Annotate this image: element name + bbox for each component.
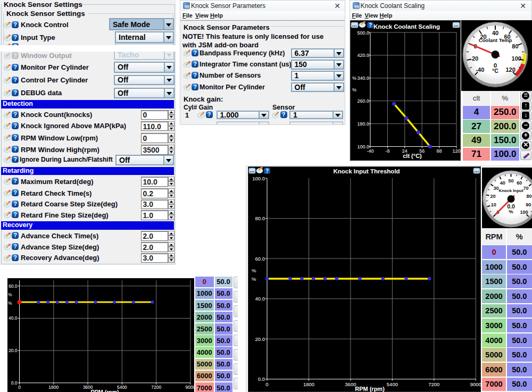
svg-text:40: 40 xyxy=(492,30,498,36)
svg-text:100.0: 100.0 xyxy=(252,176,265,181)
svg-text:0: 0 xyxy=(265,381,268,387)
svg-text:%: % xyxy=(252,268,256,273)
svg-text:0: 0 xyxy=(18,385,21,390)
svg-text:120: 120 xyxy=(452,148,460,154)
svg-text:%: % xyxy=(252,276,256,282)
svg-text:10: 10 xyxy=(491,202,496,207)
svg-text:90: 90 xyxy=(526,202,531,207)
svg-text:-40: -40 xyxy=(367,148,373,154)
svg-text:%: % xyxy=(352,76,356,81)
svg-text:-40: -40 xyxy=(476,66,484,73)
svg-text:100: 100 xyxy=(520,210,528,215)
svg-text:Coolant Temp: Coolant Temp xyxy=(479,37,512,43)
svg-text:40: 40 xyxy=(500,180,505,186)
svg-text:180.0: 180.0 xyxy=(357,121,369,127)
svg-text:0.0: 0.0 xyxy=(258,376,265,382)
svg-text:20.0: 20.0 xyxy=(9,348,18,353)
svg-text:°C: °C xyxy=(492,68,498,74)
svg-text:%: % xyxy=(352,87,356,93)
svg-text:60.0: 60.0 xyxy=(9,283,18,289)
svg-text:%: % xyxy=(509,208,513,214)
svg-text:120: 120 xyxy=(505,66,515,73)
svg-text:%: % xyxy=(8,292,12,297)
svg-text:Knock Coolant Scaling: Knock Coolant Scaling xyxy=(373,23,440,30)
svg-text:20.0: 20.0 xyxy=(255,336,265,342)
svg-text:1800: 1800 xyxy=(303,381,314,387)
svg-text:7200: 7200 xyxy=(428,381,439,387)
svg-text:20: 20 xyxy=(490,194,495,199)
svg-text:7200: 7200 xyxy=(151,385,161,390)
svg-text:80.0: 80.0 xyxy=(255,215,265,221)
svg-text:%: % xyxy=(8,301,12,306)
svg-text:88: 88 xyxy=(437,148,442,154)
svg-text:60.0: 60.0 xyxy=(255,256,265,262)
svg-text:80: 80 xyxy=(512,43,518,49)
svg-text:60: 60 xyxy=(517,180,522,186)
svg-text:Knock Input Threshold: Knock Input Threshold xyxy=(333,168,400,174)
svg-text:100: 100 xyxy=(512,55,521,62)
svg-text:1800: 1800 xyxy=(48,385,59,390)
svg-text:RPM (rpm): RPM (rpm) xyxy=(355,386,385,392)
svg-text:340.0: 340.0 xyxy=(357,76,369,81)
svg-text:-8: -8 xyxy=(385,148,389,154)
svg-text:-20: -20 xyxy=(470,55,478,62)
svg-text:9000: 9000 xyxy=(186,385,194,390)
svg-text:30: 30 xyxy=(494,186,499,191)
svg-text:9000: 9000 xyxy=(470,381,481,387)
svg-text:80: 80 xyxy=(527,194,532,199)
svg-text:?: ? xyxy=(265,168,269,174)
svg-text:RPM (rpm): RPM (rpm) xyxy=(90,389,119,392)
svg-text:420.0: 420.0 xyxy=(357,53,369,58)
svg-text:260.0: 260.0 xyxy=(357,98,369,104)
svg-text:5400: 5400 xyxy=(387,381,398,387)
svg-text:40.0: 40.0 xyxy=(9,315,18,321)
svg-text:clt (°C): clt (°C) xyxy=(403,153,422,159)
svg-text:?: ? xyxy=(369,22,372,28)
svg-text:0.0: 0.0 xyxy=(11,380,18,386)
svg-text:40.0: 40.0 xyxy=(255,296,265,302)
svg-text:70: 70 xyxy=(523,186,528,191)
svg-text:Knock Input: Knock Input xyxy=(498,188,523,193)
svg-text:500.0: 500.0 xyxy=(357,30,369,36)
svg-text:50: 50 xyxy=(508,178,513,184)
